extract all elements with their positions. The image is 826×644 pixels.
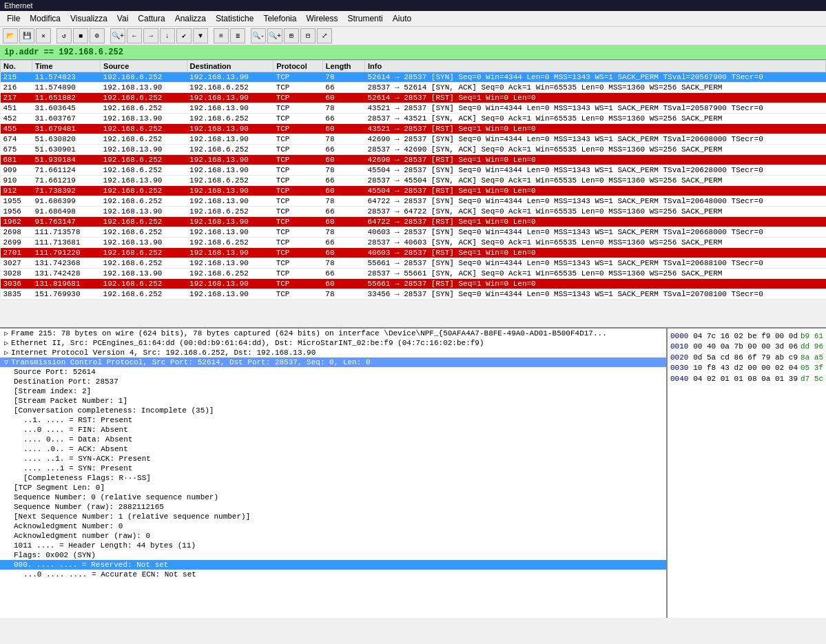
tcp-detail-subline[interactable]: Source Port: 52614 xyxy=(0,367,666,377)
tcp-detail-subline[interactable]: .... 0... = Data: Absent xyxy=(0,435,666,444)
toolbar-btn-mark[interactable]: ✔ xyxy=(176,28,192,43)
tcp-detail-subline[interactable]: [Conversation completeness: Incomplete (… xyxy=(0,406,666,415)
packet-detail[interactable]: ▷ Frame 215: 78 bytes on wire (624 bits)… xyxy=(0,329,668,618)
tcp-detail-subline[interactable]: 1011 .... = Header Length: 44 bytes (11) xyxy=(0,541,666,550)
table-row[interactable]: 2701111.791220192.168.6.252192.168.13.90… xyxy=(1,248,826,258)
table-row[interactable]: 21511.574823192.168.6.252192.168.13.90TC… xyxy=(1,72,826,83)
table-row[interactable]: 195691.686498192.168.13.90192.168.6.252T… xyxy=(1,207,826,217)
col-time[interactable]: Time xyxy=(32,61,101,72)
ip-detail-line[interactable]: ▷ Internet Protocol Version 4, Src: 192.… xyxy=(0,348,666,357)
menu-item-wireless[interactable]: Wireless xyxy=(302,12,342,25)
table-row[interactable]: 3835151.769930192.168.6.252192.168.13.90… xyxy=(1,289,826,300)
table-row[interactable]: 67551.630901192.168.13.90192.168.6.252TC… xyxy=(1,145,826,155)
tcp-detail-subline[interactable]: [Completeness Flags: R···SS] xyxy=(0,473,666,483)
menu-item-analizza[interactable]: Analizza xyxy=(171,12,210,25)
toolbar-btn-open[interactable]: 📂 xyxy=(3,28,18,43)
toolbar-btn-forward[interactable]: → xyxy=(143,28,158,43)
tcp-detail-subline[interactable]: Flags: 0x002 (SYN) xyxy=(0,550,666,560)
tcp-detail-subline[interactable]: 000. .... .... = Reserved: Not set xyxy=(0,560,666,570)
toolbar-btn-zoomin[interactable]: 🔍+ xyxy=(110,28,125,43)
frame-detail-text: Frame 215: 78 bytes on wire (624 bits), … xyxy=(11,329,607,337)
toolbar-btn-down[interactable]: ▼ xyxy=(193,28,208,43)
table-cell: TCP xyxy=(273,186,323,196)
table-row[interactable]: 2698111.713578192.168.6.252192.168.13.90… xyxy=(1,227,826,238)
toolbar-btn-zoom2[interactable]: ⊟ xyxy=(300,28,316,43)
tcp-detail-subline[interactable]: Acknowledgment number (raw): 0 xyxy=(0,531,666,541)
tcp-detail-subline[interactable]: ..1. .... = RST: Present xyxy=(0,415,666,425)
tcp-detail-subline[interactable]: [TCP Segment Len: 0] xyxy=(0,483,666,492)
toolbar-btn-zin2[interactable]: 🔍+ xyxy=(267,28,282,43)
menu-item-vai[interactable]: Vai xyxy=(113,12,132,25)
tcp-detail-subline[interactable]: [Stream Packet Number: 1] xyxy=(0,396,666,406)
ethernet-expand-icon[interactable]: ▷ xyxy=(4,339,8,347)
tcp-detail-subline[interactable]: .... .0.. = ACK: Absent xyxy=(0,444,666,454)
table-row[interactable]: 3027131.742368192.168.6.252192.168.13.90… xyxy=(1,258,826,269)
tcp-detail-line[interactable]: ▽ Transmission Control Protocol, Src Por… xyxy=(0,357,666,367)
menu-item-file[interactable]: File xyxy=(3,12,24,25)
toolbar-btn-stop[interactable]: ■ xyxy=(73,28,88,43)
tcp-expand-icon[interactable]: ▽ xyxy=(4,358,8,366)
toolbar-btn-restart[interactable]: ↺ xyxy=(56,28,72,43)
toolbar-btn-expand[interactable]: ⤢ xyxy=(317,28,332,43)
table-cell: 3028 xyxy=(1,269,32,279)
table-row[interactable]: 91071.661219192.168.13.90192.168.6.252TC… xyxy=(1,176,826,186)
tcp-detail-subline[interactable]: [Stream index: 2] xyxy=(0,386,666,396)
tcp-detail-subline[interactable]: .... ...1 = SYN: Present xyxy=(0,464,666,473)
table-cell: 192.168.6.252 xyxy=(101,227,187,238)
table-row[interactable]: 90971.661124192.168.6.252192.168.13.90TC… xyxy=(1,165,826,176)
table-row[interactable]: 45131.603645192.168.6.252192.168.13.90TC… xyxy=(1,103,826,114)
table-row[interactable]: 3028131.742428192.168.13.90192.168.6.252… xyxy=(1,269,826,279)
tcp-detail-subline[interactable]: ...0 .... = FIN: Absent xyxy=(0,425,666,435)
toolbar-btn-close[interactable]: ✕ xyxy=(36,28,51,43)
menu-item-strumenti[interactable]: Strumenti xyxy=(343,12,386,25)
table-row[interactable]: 2699111.713681192.168.13.90192.168.6.252… xyxy=(1,238,826,248)
toolbar-btn-zout[interactable]: 🔍- xyxy=(251,28,266,43)
toolbar-btn-back[interactable]: ← xyxy=(127,28,142,43)
table-row[interactable]: 45231.603767192.168.13.90192.168.6.252TC… xyxy=(1,114,826,124)
table-row[interactable]: 68151.939184192.168.6.252192.168.13.90TC… xyxy=(1,155,826,165)
col-protocol[interactable]: Protocol xyxy=(273,61,323,72)
menu-item-cattura[interactable]: Cattura xyxy=(134,12,169,25)
tcp-detail-subline[interactable]: [Next Sequence Number: 1 (relative seque… xyxy=(0,512,666,521)
table-row[interactable]: 91271.738392192.168.6.252192.168.13.90TC… xyxy=(1,186,826,196)
toolbar-btn-options[interactable]: ⚙ xyxy=(90,28,105,43)
table-row[interactable]: 196291.763147192.168.6.252192.168.13.90T… xyxy=(1,217,826,227)
tcp-detail-subline[interactable]: ...0 .... .... = Accurate ECN: Not set xyxy=(0,570,666,579)
toolbar-btn-goto[interactable]: ↓ xyxy=(160,28,175,43)
toolbar-btn-save[interactable]: 💾 xyxy=(19,28,34,43)
hex-dump[interactable]: 000004 7c 16 02 be f9 00 0db9 61001000 4… xyxy=(668,329,826,618)
frame-expand-icon[interactable]: ▷ xyxy=(4,329,8,337)
menu-item-aiuto[interactable]: Aiuto xyxy=(389,12,415,25)
tcp-detail-text: Transmission Control Protocol, Src Port:… xyxy=(11,358,371,366)
menu-item-telefonia[interactable]: Telefonia xyxy=(259,12,300,25)
menu-item-visualizza[interactable]: Visualizza xyxy=(66,12,112,25)
table-row[interactable]: 45531.679481192.168.6.252192.168.13.90TC… xyxy=(1,124,826,134)
ethernet-detail-line[interactable]: ▷ Ethernet II, Src: PCEngines_61:64:dd (… xyxy=(0,338,666,348)
table-cell: 192.168.13.90 xyxy=(187,227,273,238)
packet-list[interactable]: No. Time Source Destination Protocol Len… xyxy=(0,60,826,329)
toolbar-btn-col2[interactable]: ≣ xyxy=(230,28,245,43)
table-row[interactable]: 21611.574890192.168.13.90192.168.6.252TC… xyxy=(1,83,826,93)
ip-expand-icon[interactable]: ▷ xyxy=(4,349,8,357)
tcp-detail-subline[interactable]: .... ..1. = SYN-ACK: Present xyxy=(0,454,666,464)
tcp-detail-subline[interactable]: Sequence Number (raw): 2882112165 xyxy=(0,502,666,512)
table-cell: 455 xyxy=(1,124,32,134)
table-row[interactable]: 3036131.819681192.168.6.252192.168.13.90… xyxy=(1,279,826,289)
table-row[interactable]: 195591.686399192.168.6.252192.168.13.90T… xyxy=(1,196,826,207)
col-no[interactable]: No. xyxy=(1,61,32,72)
col-length[interactable]: Length xyxy=(322,61,364,72)
table-cell: 71.738392 xyxy=(32,186,101,196)
tcp-detail-subline[interactable]: Acknowledgment Number: 0 xyxy=(0,521,666,531)
col-source[interactable]: Source xyxy=(101,61,187,72)
table-row[interactable]: 67451.630820192.168.6.252192.168.13.90TC… xyxy=(1,134,826,145)
col-destination[interactable]: Destination xyxy=(187,61,273,72)
tcp-detail-subline[interactable]: Destination Port: 28537 xyxy=(0,377,666,386)
col-info[interactable]: Info xyxy=(364,61,825,72)
toolbar-btn-col1[interactable]: ≡ xyxy=(214,28,229,43)
toolbar-btn-fit[interactable]: ⊞ xyxy=(284,28,299,43)
tcp-detail-subline[interactable]: Sequence Number: 0 (relative sequence nu… xyxy=(0,492,666,502)
menu-item-modifica[interactable]: Modifica xyxy=(25,12,65,25)
frame-detail-line[interactable]: ▷ Frame 215: 78 bytes on wire (624 bits)… xyxy=(0,329,666,338)
table-row[interactable]: 21711.651882192.168.6.252192.168.13.90TC… xyxy=(1,93,826,103)
menu-item-statistiche[interactable]: Statistiche xyxy=(211,12,258,25)
